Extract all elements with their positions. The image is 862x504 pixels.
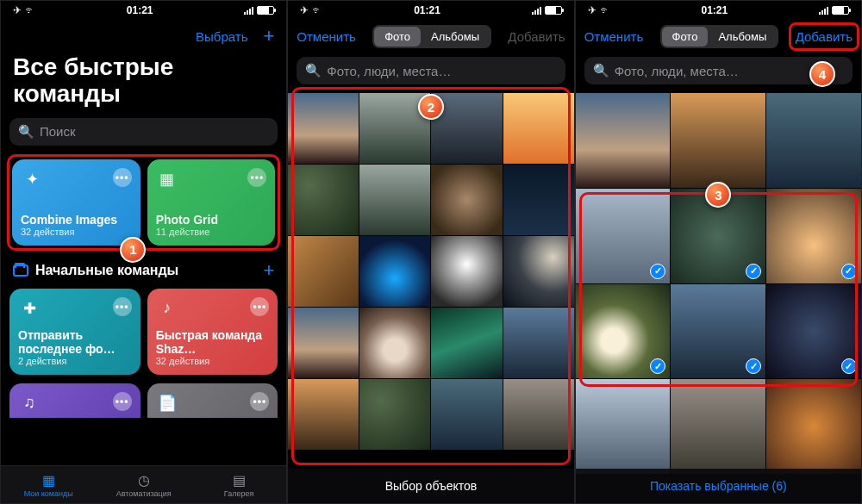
photo-thumb[interactable] (288, 93, 359, 164)
search-input[interactable]: 🔍 Фото, люди, места… (297, 57, 565, 84)
wifi-icon: ᯤ (312, 4, 322, 16)
tab-gallery[interactable]: ▤Галерея (191, 466, 286, 503)
page-title: Все быстрые команды (1, 53, 286, 115)
check-icon: ✓ (841, 264, 857, 279)
tab-albums[interactable]: Альбомы (708, 27, 777, 47)
tab-automation[interactable]: ◷Автоматизация (96, 466, 191, 503)
more-icon[interactable]: ••• (113, 392, 132, 411)
photo-thumb[interactable] (359, 165, 430, 235)
more-icon[interactable]: ••• (247, 168, 266, 187)
callout-3: 3 (705, 182, 731, 208)
more-icon[interactable]: ••• (250, 392, 269, 411)
search-input[interactable]: 🔍 Поиск (9, 118, 278, 146)
tab-my-shortcuts[interactable]: ▦Мои команды (1, 466, 96, 503)
card-name: Быстрая команда Shaz… (156, 328, 270, 356)
card-meta: 32 действия (156, 356, 270, 366)
photo-thumb[interactable] (288, 308, 359, 378)
photo-thumb[interactable] (503, 165, 574, 235)
clock: 01:21 (414, 4, 440, 16)
shortcut-card-what[interactable]: 📄••• Что такое (147, 383, 278, 418)
add-shortcut-button[interactable]: + (263, 259, 274, 282)
photo-thumb[interactable] (431, 379, 502, 450)
add-shortcut-button[interactable]: + (263, 25, 274, 47)
photo-thumb[interactable]: ✓ (576, 284, 671, 379)
add-button[interactable]: Добавить (796, 29, 853, 44)
tab-bar: ▦Мои команды ◷Автоматизация ▤Галерея (1, 465, 286, 503)
search-placeholder: Фото, люди, места… (615, 64, 739, 78)
signal-icon (819, 7, 828, 15)
photo-thumb[interactable] (359, 308, 430, 378)
shortcut-card-shazam[interactable]: ♪ ••• Быстрая команда Shaz… 32 действия (147, 289, 278, 375)
photo-thumb[interactable] (288, 379, 359, 450)
check-icon: ✓ (650, 358, 665, 374)
check-icon: ✓ (746, 358, 761, 374)
check-icon: ✓ (841, 358, 857, 374)
photo-thumb[interactable] (359, 379, 430, 450)
wifi-icon: ᯤ (600, 4, 610, 16)
battery-icon (545, 6, 562, 15)
show-selected-button[interactable]: Показать выбранные (6) (576, 469, 861, 503)
card-name: Photo Grid (156, 213, 267, 227)
shortcut-card-combine-images[interactable]: ✦ ••• Combine Images 32 действия (12, 159, 141, 246)
airplane-icon: ✈︎ (300, 4, 309, 16)
photo-grid (288, 93, 573, 450)
check-icon: ✓ (746, 264, 761, 279)
add-button: Добавить (508, 29, 565, 44)
photo-thumb[interactable] (671, 93, 765, 188)
photo-thumb[interactable] (359, 236, 430, 307)
photo-thumb[interactable] (431, 165, 502, 235)
battery-icon (257, 6, 274, 15)
more-icon[interactable]: ••• (113, 168, 132, 187)
photo-thumb[interactable]: ✓ (671, 284, 765, 379)
screen-picker-select: ✈︎ᯤ 01:21 Отменить Фото Альбомы Добавить… (287, 0, 574, 504)
photo-thumb[interactable]: ✓ (576, 189, 671, 283)
shortcut-card-photo-grid[interactable]: ▦ ••• Photo Grid 11 действие (147, 159, 276, 246)
search-placeholder: Поиск (40, 124, 76, 139)
grid-icon: ▦ (156, 168, 178, 190)
photo-grid: ✓ ✓ ✓ ✓ ✓ ✓ (576, 93, 861, 474)
shortcut-card-music[interactable]: ♫••• Музыкальная (9, 383, 141, 418)
photo-thumb[interactable] (431, 236, 502, 307)
photo-thumb[interactable] (503, 308, 574, 378)
photo-thumb[interactable] (766, 379, 861, 474)
search-placeholder: Фото, люди, места… (327, 64, 451, 78)
doc-icon: 📄 (156, 392, 178, 414)
photo-thumb[interactable]: ✓ (766, 189, 861, 283)
segmented-control: Фото Альбомы (372, 25, 491, 48)
tab-albums[interactable]: Альбомы (421, 27, 490, 47)
screen-picker-selected: ✈︎ᯤ 01:21 Отменить Фото Альбомы Добавить… (575, 0, 862, 504)
segmented-control: Фото Альбомы (660, 25, 779, 48)
photo-thumb[interactable] (431, 308, 502, 378)
photo-thumb[interactable] (503, 379, 574, 450)
tab-photos[interactable]: Фото (374, 27, 421, 47)
photo-thumb[interactable] (503, 236, 574, 307)
folder-icon (13, 264, 28, 277)
search-icon: 🔍 (593, 63, 609, 78)
music-icon: ♫ (18, 392, 41, 414)
shortcut-card-send-last[interactable]: ✚ ••• Отправить последнее фо… 2 действия (9, 289, 141, 375)
puzzle-icon: ✦ (21, 168, 43, 190)
cancel-button[interactable]: Отменить (297, 29, 356, 44)
clock: 01:21 (127, 4, 153, 16)
wifi-icon: ᯤ (25, 4, 35, 16)
card-meta: 11 действие (156, 227, 267, 237)
photo-thumb[interactable] (766, 93, 861, 188)
more-icon[interactable]: ••• (113, 297, 132, 316)
section-title: Начальные команды (35, 263, 178, 278)
tab-photos[interactable]: Фото (662, 27, 709, 47)
select-button[interactable]: Выбрать (196, 29, 247, 44)
signal-icon (244, 7, 253, 15)
photo-thumb[interactable] (288, 165, 359, 235)
photo-thumb[interactable] (671, 379, 765, 474)
cancel-button[interactable]: Отменить (584, 29, 644, 44)
photo-thumb[interactable] (288, 236, 359, 307)
check-icon: ✓ (650, 264, 665, 279)
photo-thumb[interactable] (503, 93, 574, 164)
photo-thumb[interactable] (576, 93, 671, 188)
callout-1: 1 (120, 237, 146, 263)
more-icon[interactable]: ••• (250, 297, 269, 316)
photo-thumb[interactable] (576, 379, 671, 474)
photo-thumb[interactable]: ✓ (766, 284, 861, 379)
card-name: Combine Images (21, 213, 132, 227)
search-icon: 🔍 (18, 124, 34, 140)
